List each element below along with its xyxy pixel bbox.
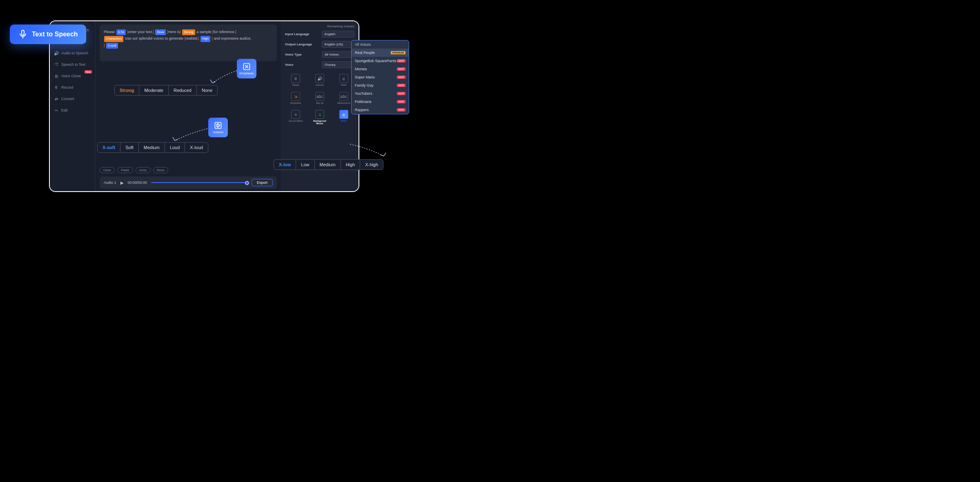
volume-option-medium[interactable]: Medium: [139, 143, 165, 152]
input-language-select[interactable]: English: [322, 31, 354, 38]
voice-dropdown-header[interactable]: All Voices: [352, 40, 409, 49]
tag-xsoft[interactable]: X-soft: [106, 43, 118, 49]
emphasis-icon: ⇲: [291, 92, 300, 101]
paste-button[interactable]: Paste: [117, 167, 133, 173]
volume-option-xloud[interactable]: X-loud: [185, 143, 208, 152]
progress-slider[interactable]: [151, 182, 247, 183]
tool-sound-effect[interactable]: ≡Sound Effect: [285, 108, 307, 126]
pitch-option-low[interactable]: Low: [296, 160, 314, 170]
redo-button[interactable]: Redo: [153, 167, 168, 173]
sidebar-item-record[interactable]: 🎙Record: [50, 82, 95, 93]
bracket: ]: [104, 43, 105, 47]
undo-button[interactable]: Undo: [136, 167, 151, 173]
tool-emphasis[interactable]: ⇲Emphasis: [285, 90, 307, 106]
tool-say-as[interactable]: abcSay as: [309, 90, 331, 106]
badge-label: Text to Speech: [32, 31, 78, 38]
sidebar-label: Voice Clone: [61, 74, 81, 78]
emphasis-option-reduced[interactable]: Reduced: [169, 85, 197, 95]
hot-badge: HOT: [397, 76, 405, 79]
tool-volume[interactable]: 🔊Volume: [309, 72, 331, 88]
voice-option-rappers[interactable]: RappersHOT: [352, 106, 409, 114]
output-language-label: Output Language: [285, 42, 312, 46]
sidebar-label: Audio to Speech: [61, 51, 88, 55]
bracket: ]: [180, 30, 181, 34]
tag-high[interactable]: High: [200, 36, 210, 42]
hot-badge: HOT: [397, 67, 405, 71]
volume-option-loud[interactable]: Loud: [165, 143, 185, 152]
convert-icon: ⇄: [54, 96, 59, 101]
editor-text: Use our splendid voices to generate: [125, 36, 185, 40]
sidebar-item-speech-to-text[interactable]: ᵀTSpeech to Text: [50, 59, 95, 70]
pitch-option-medium[interactable]: Medium: [315, 160, 341, 170]
tool-background-music[interactable]: ♫Backgroud Music: [309, 108, 331, 126]
tag-strong[interactable]: Strong: [182, 29, 195, 35]
play-icon[interactable]: ▶: [120, 181, 124, 185]
text-to-speech-badge: Text to Speech: [10, 25, 86, 44]
voice-option-memes[interactable]: MemesHOT: [352, 65, 409, 73]
pause-icon: ⏸: [291, 74, 300, 83]
tag-characters[interactable]: Characters: [104, 36, 123, 42]
time-display: 00:00/00:00: [128, 181, 147, 185]
tool-pause[interactable]: ⏸Pause: [285, 72, 307, 88]
volume-icon: [214, 121, 222, 129]
sidebar-label: Convert: [61, 97, 74, 101]
text-editor[interactable]: Please 0.5s [enter your text.] Slow [Her…: [100, 25, 277, 61]
tool-grid: ⏸Pause 🔊Volume ⫼Pitch ⇲Emphasis abcSay a…: [285, 72, 354, 126]
tag-pause[interactable]: 0.5s: [116, 29, 126, 35]
hot-badge: HOT: [397, 84, 405, 87]
voice-option-youtubers[interactable]: YouTubersHOT: [352, 89, 409, 98]
audio-icon: 🔊: [54, 51, 59, 56]
volume-option-soft[interactable]: Soft: [120, 143, 139, 152]
tag-slow[interactable]: Slow: [155, 29, 165, 35]
hot-badge: HOT: [397, 108, 405, 112]
sidebar-item-audio-to-speech[interactable]: 🔊Audio to Speech: [50, 47, 95, 59]
editor-text: enter your text.: [128, 30, 153, 34]
dropdown-label: Super Mario: [355, 75, 375, 79]
emphasis-option-strong[interactable]: Strong: [115, 85, 139, 95]
voice-option-real-people[interactable]: Real PeoplePREMIUM: [352, 49, 409, 57]
sidebar-label: Edit: [61, 108, 68, 112]
voice-option-spongebob[interactable]: SpongeBob SquarePantsHOT: [352, 57, 409, 65]
tool-label: Volume: [316, 84, 324, 86]
pitch-option-xlow[interactable]: X-low: [274, 160, 296, 170]
heteronyms-icon: abc: [339, 92, 348, 101]
sidebar-item-convert[interactable]: ⇄Convert: [50, 93, 95, 105]
tool-label: Emphasis: [290, 102, 301, 104]
bracket: ]: [198, 36, 199, 40]
voice-select[interactable]: Chucky: [322, 61, 354, 68]
sidebar-item-edit[interactable]: ✂Edit: [50, 105, 95, 116]
volume-options: X-soft Soft Medium Loud X-loud: [97, 142, 208, 153]
dropdown-label: YouTubers: [355, 91, 372, 96]
tool-label: Backgroud Music: [311, 120, 329, 125]
voice-option-politicians[interactable]: PoliticiansHOT: [352, 98, 409, 106]
pitch-option-xhigh[interactable]: X-high: [360, 160, 383, 170]
sidebar-label: Speech to Text: [61, 62, 85, 67]
pitch-icon: ⫼: [339, 74, 348, 83]
volume-option-xsoft[interactable]: X-soft: [98, 143, 120, 152]
pitch-options: X-low Low Medium High X-high: [274, 159, 383, 170]
tool-label: Heteronyms: [337, 102, 350, 104]
bracket: ]: [153, 30, 154, 34]
popup-label: Emphasis: [239, 71, 254, 75]
output-language-select[interactable]: English (US): [322, 41, 354, 48]
dropdown-label: Politicians: [355, 100, 372, 104]
editor-text: realistic: [185, 36, 198, 40]
hot-badge: HOT: [397, 59, 405, 62]
sidebar-item-voice-clone[interactable]: ⊞Voice CloneNew: [50, 70, 95, 82]
export-button[interactable]: Export: [252, 179, 273, 186]
voice-option-super-mario[interactable]: Super MarioHOT: [352, 73, 409, 81]
popup-label: Volumn: [213, 130, 224, 134]
text-icon: ᵀT: [54, 62, 59, 67]
clear-button[interactable]: Clear: [100, 167, 115, 173]
emphasis-option-moderate[interactable]: Moderate: [139, 85, 168, 95]
dropdown-label: Real People: [355, 51, 375, 55]
sidebar-label: Record: [61, 85, 73, 89]
emphasis-options: Strong Moderate Reduced None: [114, 85, 218, 96]
emphasis-option-none[interactable]: None: [197, 85, 217, 95]
voice-type-select[interactable]: All Voices: [322, 51, 354, 58]
editor-toolbar: Clear Paste Undo Redo: [100, 164, 277, 175]
voice-option-family-guy[interactable]: Family GuyHOT: [352, 81, 409, 89]
remaining-characters: Remaining charact: [285, 25, 354, 28]
editor-text: for reference.: [214, 30, 236, 34]
pitch-option-high[interactable]: High: [341, 160, 361, 170]
